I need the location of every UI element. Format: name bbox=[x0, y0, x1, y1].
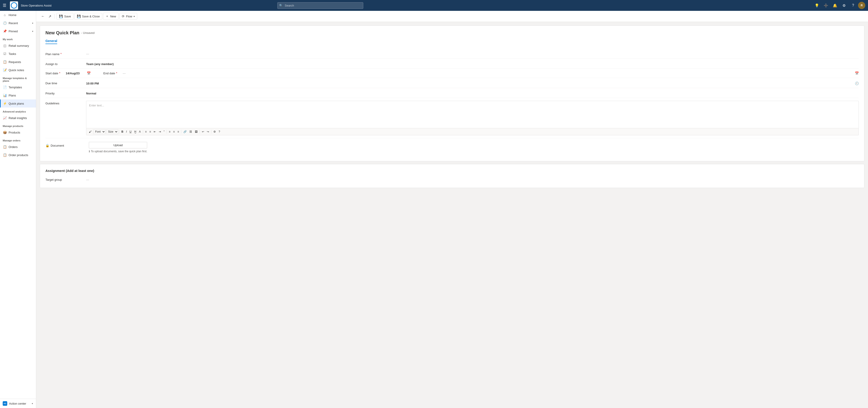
due-time-clock-icon[interactable]: 🕙 bbox=[855, 81, 859, 85]
assign-to-value[interactable]: Team (any member) bbox=[86, 62, 859, 66]
editor-help-button[interactable]: ? bbox=[217, 130, 221, 134]
help-button[interactable]: ? bbox=[849, 1, 857, 9]
save-button[interactable]: 💾 Save bbox=[57, 13, 73, 20]
editor-decrease-indent-button[interactable]: ⇤ bbox=[153, 130, 157, 134]
editor-divider-2 bbox=[143, 130, 143, 134]
editor-divider-4 bbox=[181, 130, 181, 134]
upload-button[interactable]: Upload bbox=[89, 142, 147, 148]
editor-bullet-list-button[interactable]: ≡ bbox=[144, 130, 148, 134]
editor-paintbrush-button[interactable]: 🖌 bbox=[88, 130, 93, 134]
editor-underline-button[interactable]: U bbox=[128, 130, 133, 134]
avatar[interactable]: R bbox=[858, 2, 865, 9]
flow-icon: ⟳ bbox=[122, 14, 125, 18]
sidebar-item-products[interactable]: 📦 Products bbox=[0, 128, 36, 136]
document-section: 🔒 Document Upload ℹ To upload documents,… bbox=[45, 138, 859, 157]
start-date-value[interactable]: 14/Aug/23 bbox=[66, 72, 80, 75]
flow-label: Flow bbox=[126, 15, 132, 18]
start-date-calendar-icon[interactable]: 📅 bbox=[87, 71, 91, 75]
editor-align-right-button[interactable]: ≡ bbox=[176, 130, 180, 134]
plan-name-value[interactable]: --- bbox=[86, 51, 859, 56]
section-tab-general[interactable]: General bbox=[45, 39, 57, 44]
editor-bold-button[interactable]: B bbox=[120, 130, 125, 134]
main-content: ← ↗ 💾 Save 💾 Save & Close ＋ New ⟳ Flow ▾ bbox=[36, 11, 868, 408]
sidebar-label-retail-insights: Retail insights bbox=[8, 116, 27, 120]
sidebar-item-quick-notes[interactable]: 📝 Quick notes bbox=[0, 66, 36, 74]
editor-undo-button[interactable]: ↩ bbox=[201, 130, 205, 134]
editor-align-left-button[interactable]: ≡ bbox=[168, 130, 172, 134]
editor-redo-button[interactable]: ↪ bbox=[206, 130, 210, 134]
flow-button[interactable]: ⟳ Flow ▾ bbox=[119, 13, 137, 20]
plus-button[interactable]: ➕ bbox=[822, 1, 830, 9]
hint-info-icon: ℹ bbox=[89, 150, 90, 153]
quick-notes-icon: 📝 bbox=[3, 68, 7, 72]
editor-increase-indent-button[interactable]: ⇥ bbox=[158, 130, 162, 134]
guidelines-content[interactable]: Enter text... bbox=[86, 101, 859, 128]
recent-chevron: ▾ bbox=[32, 22, 33, 24]
target-group-label: Target group bbox=[45, 178, 86, 181]
editor-unlink-button[interactable]: ⛓ bbox=[188, 130, 193, 134]
editor-image-button[interactable]: 🖼 bbox=[194, 130, 199, 134]
bell-button[interactable]: 🔔 bbox=[831, 1, 839, 9]
editor-font-color-button[interactable]: A bbox=[138, 130, 142, 134]
sidebar-item-templates[interactable]: 📄 Templates bbox=[0, 83, 36, 91]
end-date-calendar-icon[interactable]: 📅 bbox=[855, 71, 859, 75]
guidelines-label: Guidelines bbox=[45, 101, 86, 105]
due-time-value[interactable]: 10:00 PM bbox=[86, 82, 99, 85]
sidebar: ⌂ Home 🕐 Recent ▾ 📌 Pinned ▾ My work ◫ R… bbox=[0, 11, 36, 408]
editor-size-select[interactable]: Size bbox=[106, 129, 118, 134]
search-icon: 🔍 bbox=[279, 4, 283, 7]
sidebar-label-plans: Plans bbox=[8, 94, 16, 97]
sidebar-item-home[interactable]: ⌂ Home bbox=[0, 11, 36, 19]
sidebar-item-order-products[interactable]: 📋 Order products bbox=[0, 151, 36, 159]
priority-value[interactable]: Normal bbox=[86, 91, 859, 95]
page-area: New Quick Plan - Unsaved General Plan na… bbox=[36, 22, 868, 408]
save-close-button[interactable]: 💾 Save & Close bbox=[74, 13, 102, 20]
logo-inner bbox=[11, 2, 17, 9]
editor-link-button[interactable]: 🔗 bbox=[182, 130, 188, 134]
sidebar-item-retail-insights[interactable]: 📈 Retail insights bbox=[0, 114, 36, 122]
settings-button[interactable]: ⚙ bbox=[840, 1, 848, 9]
templates-icon: 📄 bbox=[3, 86, 7, 89]
sidebar-label-home: Home bbox=[8, 13, 17, 17]
target-group-row: Target group --- bbox=[45, 176, 859, 183]
editor-blockquote-button[interactable]: " bbox=[162, 130, 166, 134]
editor-gear-button[interactable]: ⚙ bbox=[212, 130, 217, 134]
sidebar-item-recent[interactable]: 🕐 Recent ▾ bbox=[0, 19, 36, 27]
orders-icon: 📋 bbox=[3, 145, 7, 149]
sidebar-item-pinned[interactable]: 📌 Pinned ▾ bbox=[0, 27, 36, 35]
target-group-value[interactable]: --- bbox=[86, 178, 89, 181]
home-icon: ⌂ bbox=[3, 13, 7, 17]
sidebar-item-tasks[interactable]: ☑ Tasks bbox=[0, 50, 36, 58]
sidebar-item-orders[interactable]: 📋 Orders bbox=[0, 143, 36, 151]
editor-italic-button[interactable]: I bbox=[125, 130, 128, 134]
save-label: Save bbox=[64, 15, 71, 18]
app-logo: Store Operations Assist bbox=[10, 1, 52, 9]
editor-align-center-button[interactable]: ≡ bbox=[172, 130, 176, 134]
guidelines-row: Guidelines Enter text... 🖌 Font bbox=[45, 98, 859, 138]
due-time-label: Due time bbox=[45, 81, 86, 85]
sidebar-item-action-center[interactable]: AC Action center ✦ bbox=[0, 399, 36, 408]
end-date-value[interactable]: --- bbox=[123, 72, 126, 75]
action-center-avatar: AC bbox=[3, 401, 7, 406]
retail-summary-icon: ◫ bbox=[3, 44, 7, 47]
form-card: New Quick Plan - Unsaved General Plan na… bbox=[40, 26, 864, 161]
editor-font-select[interactable]: Font bbox=[93, 129, 105, 134]
plan-name-row: Plan name * --- bbox=[45, 48, 859, 59]
document-label: 🔒 Document bbox=[45, 142, 86, 147]
sidebar-label-recent: Recent bbox=[8, 22, 18, 25]
due-time-row: Due time 10:00 PM 🕙 bbox=[45, 78, 859, 88]
advanced-analytics-header: Advanced analytics bbox=[0, 107, 36, 114]
sidebar-item-retail-summary[interactable]: ◫ Retail summary bbox=[0, 41, 36, 50]
forward-button[interactable]: ↗ bbox=[47, 13, 53, 20]
hamburger-button[interactable]: ☰ bbox=[3, 3, 6, 8]
back-button[interactable]: ← bbox=[40, 13, 46, 20]
sidebar-item-quick-plans[interactable]: ⚡ Quick plans bbox=[0, 99, 36, 107]
editor-numbered-list-button[interactable]: ≡ bbox=[148, 130, 152, 134]
editor-highlight-button[interactable]: H̲ bbox=[133, 130, 137, 134]
search-input[interactable] bbox=[277, 2, 363, 9]
new-button[interactable]: ＋ New bbox=[103, 13, 119, 20]
sidebar-item-plans[interactable]: 📊 Plans bbox=[0, 91, 36, 99]
sidebar-item-requests[interactable]: 📋 Requests bbox=[0, 58, 36, 66]
lightbulb-button[interactable]: 💡 bbox=[813, 1, 821, 9]
guidelines-placeholder: Enter text... bbox=[89, 104, 104, 107]
